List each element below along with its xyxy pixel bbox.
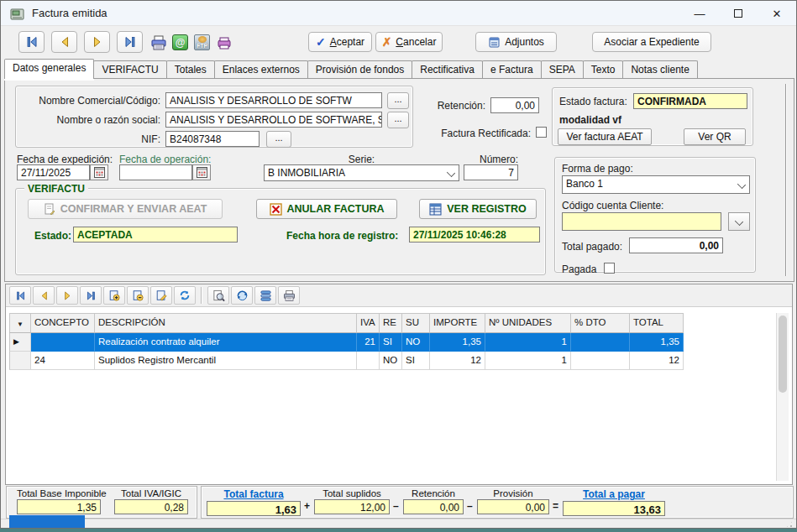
col-header-total[interactable]: TOTAL <box>630 313 684 333</box>
cell-total[interactable]: 1,35 <box>630 333 684 352</box>
cell-dto[interactable] <box>571 352 630 370</box>
tab-verifactu[interactable]: VERIFACTU <box>93 60 166 79</box>
ftp-upload-button[interactable]: FTP <box>193 34 211 51</box>
attachments-button[interactable]: Adjuntos <box>475 32 557 52</box>
totals-provision-label: Provisión <box>477 488 549 498</box>
filter-icon[interactable]: ▼ <box>9 313 31 333</box>
commercial-name-field[interactable]: ANALISIS Y DESARROLLO DE SOFTW <box>165 92 382 108</box>
last-record-button[interactable] <box>117 31 143 53</box>
cell-unidades[interactable]: 1 <box>485 352 571 370</box>
numero-field[interactable]: 7 <box>464 164 518 180</box>
rectified-checkbox[interactable] <box>536 127 547 138</box>
scrollbar-thumb[interactable] <box>779 316 787 393</box>
grid-first-button[interactable] <box>9 286 31 305</box>
grid-edit-button[interactable] <box>150 286 172 305</box>
serie-combobox[interactable]: B INMOBILIARIA <box>264 164 459 181</box>
cell-su[interactable]: NO <box>402 333 430 352</box>
grid-reload-button[interactable] <box>231 286 253 305</box>
prior-record-button[interactable] <box>51 31 77 53</box>
col-header-re[interactable]: RE <box>380 313 402 333</box>
col-header-unidades[interactable]: Nº UNIDADES <box>485 313 571 333</box>
grid-insert-button[interactable] <box>103 286 125 305</box>
issue-date-field[interactable]: 27/11/2025 <box>17 164 90 180</box>
cancel-button[interactable]: ✗ Cancelar <box>375 32 443 52</box>
issue-date-calendar-button[interactable] <box>90 164 108 180</box>
grid-preview-button[interactable] <box>207 286 229 305</box>
associate-expediente-button[interactable]: Asociar a Expediente <box>592 32 711 52</box>
next-record-button[interactable] <box>84 31 110 53</box>
close-button[interactable]: ✕ <box>758 1 796 26</box>
grid-vertical-scrollbar[interactable] <box>776 313 789 481</box>
operation-date-field[interactable] <box>119 164 192 180</box>
col-header-dto[interactable]: % DTO <box>571 313 630 333</box>
cell-su[interactable]: SI <box>402 352 430 370</box>
col-header-descripcion[interactable]: DESCRIPCIÓN <box>95 313 357 333</box>
tab-rectificativa[interactable]: Rectificativa <box>412 60 483 79</box>
ticket-print-button[interactable] <box>215 34 233 51</box>
print-invoice-button[interactable] <box>149 34 167 51</box>
cell-unidades[interactable]: 1 <box>485 333 571 352</box>
tab-enlaces-externos[interactable]: Enlaces externos <box>214 60 308 79</box>
maximize-button[interactable] <box>719 1 758 26</box>
cell-iva[interactable]: 21 <box>357 333 380 352</box>
grid-print-button[interactable] <box>278 286 300 305</box>
tab-texto[interactable]: Texto <box>583 60 624 79</box>
tab-totales[interactable]: Totales <box>166 60 215 79</box>
col-header-importe[interactable]: IMPORTE <box>430 313 485 333</box>
paid-total-field[interactable]: 0,00 <box>629 237 723 253</box>
legal-lookup-button[interactable]: ... <box>387 112 409 128</box>
tab-sepa[interactable]: SEPA <box>541 60 584 79</box>
chevron-down-icon <box>735 217 743 226</box>
nif-lookup-button[interactable]: ... <box>266 131 291 148</box>
table-row[interactable]: 24 Suplidos Registro Mercantil NO SI 12 … <box>9 352 684 370</box>
retention-field[interactable]: 0,00 <box>490 97 539 113</box>
grid-last-button[interactable] <box>80 286 102 305</box>
confirm-send-aeat-button[interactable]: CONFIRMAR Y ENVIAR AEAT <box>28 199 223 219</box>
total-base-label: Total Base Imponible <box>17 488 101 498</box>
first-record-button[interactable] <box>18 31 45 53</box>
grand-totals-box: Total factura 1,63 + Total suplidos 12,0… <box>201 486 794 519</box>
cell-re[interactable]: NO <box>380 352 402 370</box>
client-account-field[interactable] <box>562 212 721 231</box>
cell-concepto[interactable]: 24 <box>31 352 95 370</box>
cell-dto[interactable] <box>571 333 630 352</box>
ver-registro-button[interactable]: VER REGISTRO <box>419 199 537 219</box>
email-invoice-button[interactable]: @ <box>171 34 189 51</box>
cell-importe[interactable]: 1,35 <box>430 333 485 352</box>
grid-prior-button[interactable] <box>33 286 55 305</box>
cell-importe[interactable]: 12 <box>430 352 485 370</box>
accept-button[interactable]: ✓ Aceptar <box>308 32 372 52</box>
anular-factura-button[interactable]: ANULAR FACTURA <box>256 199 397 219</box>
col-header-su[interactable]: SU <box>402 313 430 333</box>
minimize-button[interactable]: — <box>680 1 719 26</box>
grid-delete-button[interactable] <box>127 286 149 305</box>
table-row-selected[interactable]: ▶ Realización contrato alquiler 21 SI NO… <box>9 333 684 352</box>
vf-modality-label: modalidad vf <box>559 114 621 126</box>
calendar-icon <box>94 167 105 178</box>
row-selector-cell[interactable] <box>9 352 31 370</box>
view-qr-button[interactable]: Ver QR <box>684 128 746 145</box>
paid-checkbox[interactable] <box>604 263 615 274</box>
payment-method-combobox[interactable]: Banco 1 <box>562 175 750 194</box>
cell-descripcion[interactable]: Suplidos Registro Mercantil <box>95 352 357 370</box>
col-header-iva[interactable]: IVA <box>357 313 380 333</box>
cell-descripcion[interactable]: Realización contrato alquiler <box>95 333 357 352</box>
legal-name-field[interactable]: ANALISIS Y DESARROLLO DE SOFTWARE, S.L. <box>165 112 382 128</box>
col-header-concepto[interactable]: CONCEPTO <box>31 313 95 333</box>
view-aeat-invoice-button[interactable]: Ver factura AEAT <box>558 128 652 145</box>
nif-field[interactable]: B24087348 <box>165 131 260 147</box>
tab-provision-de-fondos[interactable]: Provisión de fondos <box>307 60 412 79</box>
grid-next-button[interactable] <box>56 286 78 305</box>
cell-iva[interactable] <box>357 352 380 370</box>
cell-total[interactable]: 12 <box>630 352 684 370</box>
tab-datos-generales[interactable]: Datos generales <box>4 59 94 79</box>
grid-layers-button[interactable] <box>254 286 276 305</box>
cell-concepto[interactable] <box>31 333 95 352</box>
client-account-dropdown-button[interactable] <box>728 212 750 231</box>
tab-notas-cliente[interactable]: Notas cliente <box>622 60 697 79</box>
tab-e-factura[interactable]: e Factura <box>482 60 542 79</box>
operation-date-calendar-button[interactable] <box>192 164 211 180</box>
grid-refresh-button[interactable] <box>174 286 196 305</box>
commercial-lookup-button[interactable]: ... <box>387 92 409 109</box>
cell-re[interactable]: SI <box>380 333 402 352</box>
